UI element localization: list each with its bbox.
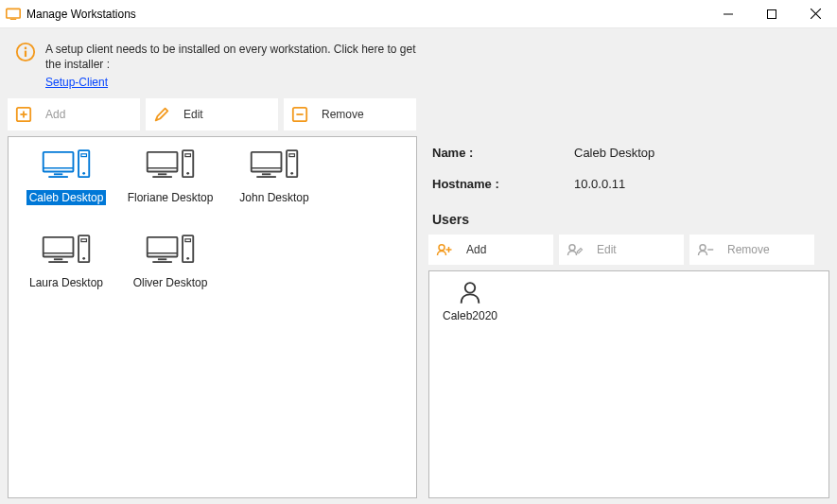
svg-rect-17 xyxy=(48,177,68,179)
title-bar: Manage Workstations xyxy=(0,0,837,28)
users-section-title: Users xyxy=(428,199,829,235)
workstation-item[interactable]: Oliver Desktop xyxy=(122,232,218,290)
plus-icon xyxy=(15,106,32,123)
svg-rect-45 xyxy=(152,262,172,264)
users-toolbar: Add Edit xyxy=(428,235,829,270)
svg-point-27 xyxy=(186,172,189,175)
svg-rect-38 xyxy=(48,262,68,264)
close-button[interactable] xyxy=(793,0,837,27)
remove-user-button[interactable]: Remove xyxy=(689,235,814,265)
svg-rect-0 xyxy=(7,9,20,18)
remove-button-label: Remove xyxy=(322,108,364,121)
workstation-item[interactable]: Laura Desktop xyxy=(18,232,114,290)
edit-button-label: Edit xyxy=(183,108,203,121)
client-area: A setup client needs to be installed on … xyxy=(0,28,837,504)
workstation-label: Oliver Desktop xyxy=(131,275,211,290)
workstation-label: Laura Desktop xyxy=(26,275,106,290)
remove-user-label: Remove xyxy=(727,243,770,256)
info-text-block: A setup client needs to be installed on … xyxy=(45,42,424,89)
name-label: Name : xyxy=(432,146,574,160)
svg-rect-19 xyxy=(81,154,87,157)
svg-rect-8 xyxy=(25,51,26,57)
edit-workstation-button[interactable]: Edit xyxy=(146,98,278,130)
svg-rect-37 xyxy=(54,259,62,261)
svg-rect-44 xyxy=(158,259,166,261)
svg-rect-33 xyxy=(289,154,295,157)
workstation-icon xyxy=(144,232,197,268)
detail-hostname-row: Hostname : 10.0.0.11 xyxy=(428,167,829,199)
svg-point-49 xyxy=(439,245,445,251)
window-controls xyxy=(706,0,837,27)
svg-rect-30 xyxy=(262,174,270,176)
svg-point-52 xyxy=(569,245,575,251)
workstation-icon xyxy=(144,147,197,182)
pencil-icon xyxy=(153,106,170,123)
svg-rect-40 xyxy=(81,239,87,242)
user-item[interactable]: Caleb2020 xyxy=(437,279,503,322)
name-value: Caleb Desktop xyxy=(574,146,654,160)
user-edit-icon xyxy=(567,241,584,258)
workstation-label: Floriane Desktop xyxy=(125,190,217,205)
svg-point-41 xyxy=(82,257,85,260)
workstation-icon xyxy=(248,147,301,182)
user-minus-icon xyxy=(697,241,714,258)
workstation-label: Caleb Desktop xyxy=(26,190,107,205)
user-plus-icon xyxy=(436,241,453,258)
svg-point-53 xyxy=(700,245,706,251)
svg-rect-1 xyxy=(10,18,16,19)
workstation-toolbar: Add Edit Remove xyxy=(6,98,831,136)
add-user-label: Add xyxy=(466,243,486,256)
users-list-pane[interactable]: Caleb2020 xyxy=(428,270,829,498)
svg-rect-26 xyxy=(185,154,191,157)
hostname-value: 10.0.0.11 xyxy=(574,177,625,191)
window-title: Manage Workstations xyxy=(26,8,706,21)
detail-name-row: Name : Caleb Desktop xyxy=(428,136,829,167)
info-text: A setup client needs to be installed on … xyxy=(45,42,424,72)
workstation-item[interactable]: Caleb Desktop xyxy=(18,147,114,205)
maximize-button[interactable] xyxy=(750,0,793,27)
svg-point-7 xyxy=(25,47,27,50)
info-icon xyxy=(15,42,36,62)
app-icon xyxy=(6,8,21,21)
svg-point-48 xyxy=(186,257,189,260)
user-label: Caleb2020 xyxy=(443,309,497,322)
workstation-label: John Desktop xyxy=(236,190,311,205)
main-columns: Caleb Desktop Floriane Desktop John Desk… xyxy=(6,136,831,498)
remove-workstation-button[interactable]: Remove xyxy=(284,98,416,130)
svg-rect-24 xyxy=(152,177,172,179)
svg-rect-47 xyxy=(185,239,191,242)
info-bar: A setup client needs to be installed on … xyxy=(6,34,831,98)
edit-user-label: Edit xyxy=(597,243,617,256)
minus-icon xyxy=(291,106,308,123)
svg-rect-31 xyxy=(256,177,276,179)
workstation-item[interactable]: Floriane Desktop xyxy=(122,147,218,205)
workstation-icon xyxy=(40,232,93,268)
workstation-grid: Caleb Desktop Floriane Desktop John Desk… xyxy=(18,147,407,290)
svg-rect-23 xyxy=(158,174,166,176)
add-workstation-button[interactable]: Add xyxy=(8,98,140,130)
details-pane: Name : Caleb Desktop Hostname : 10.0.0.1… xyxy=(428,136,829,498)
svg-rect-3 xyxy=(768,9,776,18)
minimize-button[interactable] xyxy=(706,0,750,27)
setup-client-link[interactable]: Setup-Client xyxy=(45,76,108,89)
svg-point-55 xyxy=(465,283,476,293)
workstation-item[interactable]: John Desktop xyxy=(226,147,323,205)
svg-rect-16 xyxy=(54,174,62,176)
users-grid: Caleb2020 xyxy=(437,279,821,322)
edit-user-button[interactable]: Edit xyxy=(559,235,684,265)
add-user-button[interactable]: Add xyxy=(428,235,553,265)
svg-point-20 xyxy=(82,172,85,175)
add-button-label: Add xyxy=(45,108,65,121)
svg-point-34 xyxy=(290,172,293,175)
workstation-list-pane[interactable]: Caleb Desktop Floriane Desktop John Desk… xyxy=(8,136,417,498)
workstation-icon xyxy=(40,147,93,182)
hostname-label: Hostname : xyxy=(432,177,574,191)
user-icon xyxy=(457,279,483,305)
